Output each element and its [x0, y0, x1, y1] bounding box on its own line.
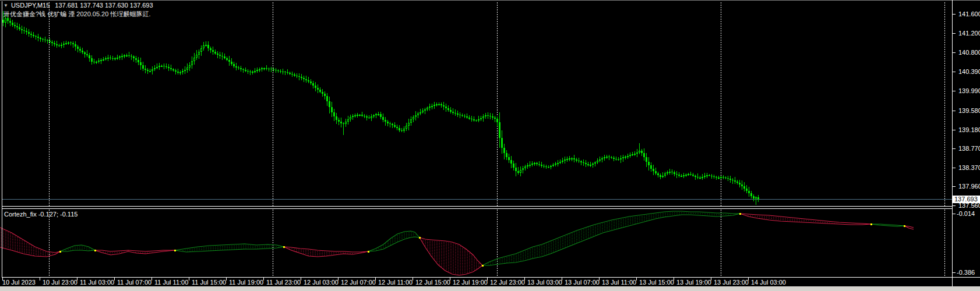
chart-canvas[interactable]: 141.600141.200140.800140.390139.990139.5… — [0, 0, 980, 291]
candles-layer — [2, 11, 759, 205]
svg-text:139.180: 139.180 — [958, 126, 980, 133]
indicator-current-values: -0.127; -0.115 — [38, 211, 78, 218]
ohlc-values: 137.681 137.743 137.630 137.693 — [55, 2, 153, 9]
svg-text:11 Jul 07:00: 11 Jul 07:00 — [117, 279, 151, 286]
svg-text:140.800: 140.800 — [958, 49, 980, 56]
svg-text:14 Jul 03:00: 14 Jul 03:00 — [751, 279, 786, 286]
svg-text:-0.014: -0.014 — [957, 210, 975, 217]
svg-text:12 Jul 11:00: 12 Jul 11:00 — [378, 279, 413, 286]
svg-text:13 Jul 03:00: 13 Jul 03:00 — [527, 279, 562, 286]
svg-text:-0.386: -0.386 — [957, 269, 975, 276]
current-price-tag: 137.693 — [953, 196, 980, 203]
svg-text:140.390: 140.390 — [958, 68, 980, 75]
svg-text:11 Jul 23:00: 11 Jul 23:00 — [266, 279, 301, 286]
svg-text:13 Jul 07:00: 13 Jul 07:00 — [565, 279, 600, 286]
period-separator-grid — [50, 2, 945, 277]
svg-text:141.200: 141.200 — [958, 30, 980, 37]
svg-text:12 Jul 07:00: 12 Jul 07:00 — [341, 279, 376, 286]
svg-text:137.960: 137.960 — [958, 183, 980, 190]
svg-text:13 Jul 11:00: 13 Jul 11:00 — [602, 279, 636, 286]
price-axis[interactable]: 141.600141.200140.800140.390139.990139.5… — [952, 10, 980, 276]
svg-text:10 Jul 23:00: 10 Jul 23:00 — [43, 279, 77, 286]
svg-text:12 Jul 19:00: 12 Jul 19:00 — [453, 279, 488, 286]
svg-text:139.990: 139.990 — [958, 87, 980, 94]
svg-text:138.370: 138.370 — [958, 164, 980, 171]
svg-text:11 Jul 03:00: 11 Jul 03:00 — [80, 279, 114, 286]
svg-text:138.770: 138.770 — [958, 145, 980, 152]
svg-text:11 Jul 19:00: 11 Jul 19:00 — [229, 279, 263, 286]
chart-header: ▼USDJPY,M15137.681 137.743 137.630 137.6… — [3, 2, 153, 9]
svg-text:11 Jul 15:00: 11 Jul 15:00 — [192, 279, 226, 286]
svg-text:13 Jul 23:00: 13 Jul 23:00 — [714, 279, 749, 286]
svg-text:12 Jul 15:00: 12 Jul 15:00 — [415, 279, 450, 286]
symbol-timeframe-label: USDJPY,M15 — [11, 2, 50, 9]
svg-text:139.580: 139.580 — [958, 107, 980, 114]
svg-text:11 Jul 11:00: 11 Jul 11:00 — [154, 279, 188, 286]
indicator-header: Cortezh_fix -0.127; -0.115 — [4, 211, 77, 218]
cortezh-ribbon — [0, 211, 914, 275]
symbol-dropdown-arrow-icon[interactable]: ▼ — [3, 3, 8, 8]
chart-comment-text: 卅优金赚金?钱 优犷蝙 湮 2020.05.20 怅珵麒蝈豚豇. — [3, 10, 150, 19]
svg-text:13 Jul 19:00: 13 Jul 19:00 — [676, 279, 711, 286]
indicator-name: Cortezh_fix — [4, 211, 37, 218]
svg-text:141.600: 141.600 — [958, 10, 980, 17]
window-borders — [0, 0, 980, 291]
svg-text:12 Jul 03:00: 12 Jul 03:00 — [304, 279, 339, 286]
mt4-chart-window: 141.600141.200140.800140.390139.990139.5… — [0, 0, 980, 291]
svg-text:10 Jul 2023: 10 Jul 2023 — [2, 279, 36, 286]
time-axis[interactable]: 10 Jul 202310 Jul 23:0011 Jul 03:0011 Ju… — [2, 278, 786, 286]
svg-text:12 Jul 23:00: 12 Jul 23:00 — [490, 279, 525, 286]
svg-text:13 Jul 15:00: 13 Jul 15:00 — [639, 279, 674, 286]
